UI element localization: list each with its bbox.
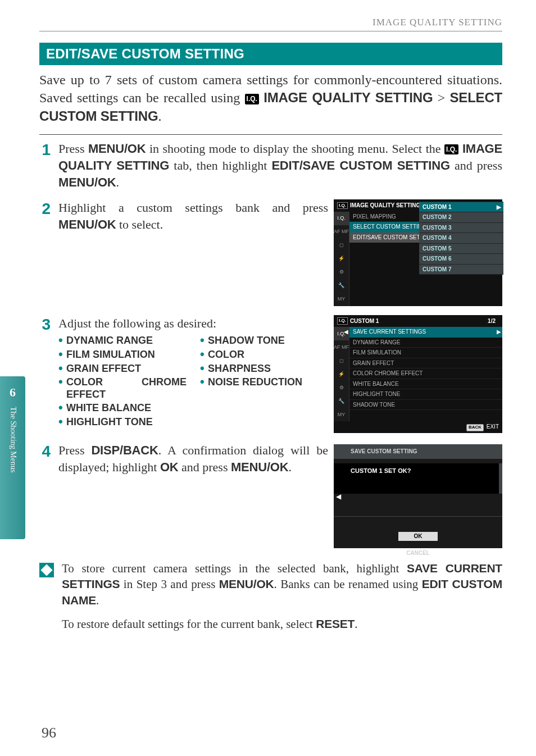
intro-end: . xyxy=(158,109,161,124)
adjust-item: FILM SIMULATION xyxy=(58,349,187,361)
text: to select. xyxy=(116,217,163,231)
camera-tab: I.Q. xyxy=(334,212,349,225)
adjust-list-col-b: SHADOW TONECOLORSHARPNESSNOISE REDUCTION xyxy=(200,335,328,388)
chapter-tab: 6 The Shooting Menus xyxy=(0,376,25,539)
iq-icon: I.Q. xyxy=(337,317,348,325)
edit-save-label: EDIT/SAVE CUSTOM SETTING xyxy=(271,158,449,172)
adjust-item: WHITE BALANCE xyxy=(58,402,187,415)
dialog-options: OKCANCEL xyxy=(334,517,502,559)
disp-back-label: DISP/BACK xyxy=(91,443,158,457)
text: tab, then highlight xyxy=(169,158,271,172)
step-4-body: Press DISP/BACK. A confirmation dialog w… xyxy=(58,442,328,475)
camera-tab: 🔧 xyxy=(334,394,349,408)
camera-tab: 🔧 xyxy=(334,279,349,293)
camera-tab: MY xyxy=(334,293,349,306)
adjust-item: COLOR CHROME EFFECT xyxy=(58,376,187,400)
text: Press xyxy=(58,142,88,156)
text: and press xyxy=(450,158,502,172)
text: . xyxy=(96,594,99,607)
camera-menu-item: FILM SIMULATION xyxy=(349,348,502,358)
camera-tab: ⚡ xyxy=(334,252,349,266)
section-heading: EDIT/SAVE CUSTOM SETTING xyxy=(39,43,502,65)
step-number-3: 3 xyxy=(39,315,51,433)
page-number: 96 xyxy=(42,725,56,741)
custom-bank-item: CUSTOM 7 xyxy=(419,265,503,275)
cam3-title: CUSTOM 1 xyxy=(350,317,379,325)
custom-bank-item: CUSTOM 5 xyxy=(419,244,503,254)
adjust-item: SHARPNESS xyxy=(200,363,328,375)
camera-tab: ◻ xyxy=(334,354,349,367)
running-title: IMAGE QUALITY SETTING xyxy=(39,17,502,31)
iq-icon: I.Q. xyxy=(245,94,259,104)
step-number-2: 2 xyxy=(39,199,51,306)
custom-bank-item: CUSTOM 4 xyxy=(419,233,503,244)
step-1-body: Press MENU/OK in shooting mode to displa… xyxy=(58,140,502,190)
menu-ok-label: MENU/OK xyxy=(58,217,116,231)
camera-tab: MY xyxy=(334,408,349,421)
camera-menu-list: PIXEL MAPPING SELECT CUSTOM SETTING EDIT… xyxy=(349,212,502,306)
adjust-list-col-a: DYNAMIC RANGEFILM SIMULATIONGRAIN EFFECT… xyxy=(58,335,187,428)
text: . Banks can be renamed using xyxy=(274,577,422,591)
adjust-item: GRAIN EFFECT xyxy=(58,363,187,375)
camera-dialog-screenshot: ◀ SAVE CUSTOM SETTING CUSTOM 1 SET OK? O… xyxy=(334,444,502,548)
camera-tabs: I.Q.AF MF◻⚡⚙🔧MY xyxy=(334,327,349,421)
reset-label: RESET xyxy=(316,617,355,630)
chapter-number: 6 xyxy=(10,385,16,400)
custom-bank-item: CUSTOM 1▶ xyxy=(419,202,503,213)
camera-menu-screenshot-custom1: I.Q. CUSTOM 1 1/2 I.Q.AF MF◻⚡⚙🔧MY SAVE C… xyxy=(334,315,502,433)
exit-label: EXIT xyxy=(487,423,499,430)
tip-text: To store current camera settings in the … xyxy=(62,561,502,632)
text: To restore default settings for the curr… xyxy=(62,617,316,631)
cancel-option: CANCEL xyxy=(398,549,438,558)
ok-label: OK xyxy=(160,460,179,474)
step-number-4: 4 xyxy=(39,442,51,548)
camera-tab: ◻ xyxy=(334,239,349,252)
adjust-item: COLOR xyxy=(200,349,328,361)
menu-ok-label: MENU/OK xyxy=(231,460,289,474)
arrow-right-icon: ▶ xyxy=(497,328,501,336)
cam3-pager: 1/2 xyxy=(488,317,496,325)
dialog-question: CUSTOM 1 SET OK? xyxy=(334,463,502,494)
text: . xyxy=(116,175,120,189)
menu-ok-label: MENU/OK xyxy=(219,577,274,590)
text: in shooting mode to display the shooting… xyxy=(146,142,444,156)
custom-bank-item: CUSTOM 3 xyxy=(419,223,503,234)
adjust-item: HIGHLIGHT TONE xyxy=(58,416,187,429)
camera-tab: ⚡ xyxy=(334,367,349,381)
adjust-item: SHADOW TONE xyxy=(200,335,328,347)
camera-tabs: I.Q.AF MF◻⚡⚙🔧MY xyxy=(334,212,349,306)
custom-bank-item: CUSTOM 2 xyxy=(419,212,503,223)
camera-menu-item: WHITE BALANCE xyxy=(349,379,502,390)
dialog-title: SAVE CUSTOM SETTING xyxy=(334,444,502,459)
menu-ok-label: MENU/OK xyxy=(88,142,146,156)
text: and press xyxy=(179,460,231,474)
menu-ok-label: MENU/OK xyxy=(58,175,116,189)
step-number-1: 1 xyxy=(39,140,51,190)
divider xyxy=(39,134,502,135)
iq-icon: I.Q. xyxy=(337,202,348,210)
camera-menu-item: HIGHLIGHT TONE xyxy=(349,389,502,400)
camera-tab: ⚙ xyxy=(334,381,349,394)
text: . xyxy=(288,460,292,474)
intro-paragraph: Save up to 7 sets of custom camera setti… xyxy=(39,65,502,132)
step-2-body: Highlight a custom settings bank and pre… xyxy=(58,199,328,233)
step-3-lead: Adjust the following as desired: xyxy=(58,315,328,332)
custom-bank-popup: CUSTOM 1▶CUSTOM 2CUSTOM 3CUSTOM 4CUSTOM … xyxy=(419,202,503,275)
arrow-left-icon: ◀ xyxy=(336,491,341,500)
chapter-label: The Shooting Menus xyxy=(8,407,17,472)
iq-icon: I.Q. xyxy=(444,144,458,154)
text: To store current camera settings in the … xyxy=(62,562,407,575)
text: Press xyxy=(58,443,91,457)
camera-menu-screenshot-bank: I.Q. IMAGE QUALITY SETTING I.Q.AF MF◻⚡⚙🔧… xyxy=(334,199,502,306)
ok-option: OK xyxy=(398,532,438,541)
camera-tab: ⚙ xyxy=(334,266,349,279)
back-icon: BACK xyxy=(466,424,484,431)
camera-tab: AF MF xyxy=(334,225,349,239)
intro-link-a: IMAGE QUALITY SETTING xyxy=(264,90,433,105)
camera-menu-item: COLOR CHROME EFFECT xyxy=(349,368,502,379)
camera-menu-item: DYNAMIC RANGE xyxy=(349,338,502,348)
arrow-left-icon: ◀ xyxy=(344,328,348,336)
adjust-item: DYNAMIC RANGE xyxy=(58,335,187,347)
camera-menu-item: GRAIN EFFECT xyxy=(349,358,502,369)
custom-bank-item: CUSTOM 6 xyxy=(419,254,503,265)
